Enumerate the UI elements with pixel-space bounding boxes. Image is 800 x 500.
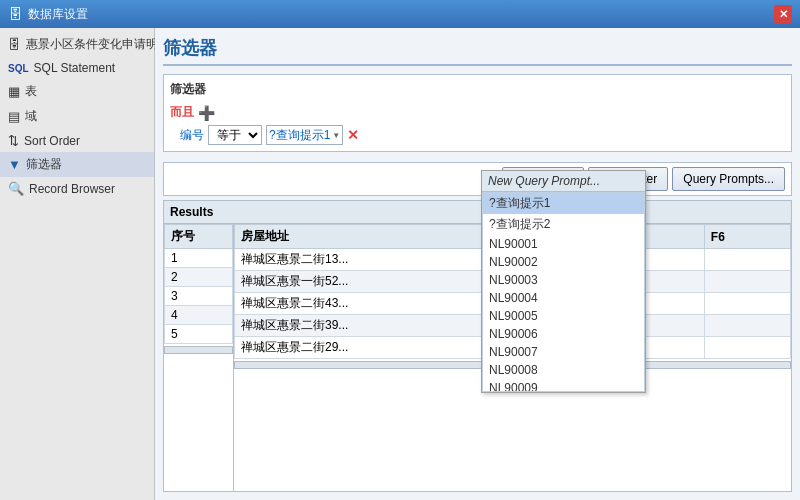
- title-text: 数据库设置: [28, 6, 774, 23]
- close-button[interactable]: ✕: [774, 5, 792, 23]
- sidebar-item-label-sort: Sort Order: [24, 134, 80, 148]
- table-row: 4: [165, 306, 233, 325]
- sidebar-item-sort[interactable]: ⇅ Sort Order: [0, 129, 154, 152]
- filter-box: 筛选器 而且 ➕ 编号 等于 ?查询提示1 ▼ ✕: [163, 74, 792, 152]
- dropdown-item-4[interactable]: NL90003: [483, 271, 644, 289]
- sidebar-item-record[interactable]: 🔍 Record Browser: [0, 177, 154, 200]
- sidebar-item-label-record: Record Browser: [29, 182, 115, 196]
- dropdown-scroll-list[interactable]: ?查询提示1 ?查询提示2 NL90001 NL90002 NL90003 NL…: [482, 192, 645, 392]
- f6-cell: [704, 293, 790, 315]
- f6-cell: [704, 337, 790, 359]
- f6-cell: [704, 271, 790, 293]
- row-num-3: 3: [165, 287, 233, 306]
- dropdown-item-1[interactable]: ?查询提示2: [483, 214, 644, 235]
- filter-condition-row: 编号 等于 ?查询提示1 ▼ ✕: [170, 125, 785, 145]
- filter-field-label: 编号: [180, 127, 204, 144]
- row-number-table: 序号 1 2 3 4 5: [164, 224, 233, 344]
- dropdown-item-2[interactable]: NL90001: [483, 235, 644, 253]
- results-table: 序号 1 2 3 4 5: [164, 224, 791, 491]
- dropdown-arrow-icon: ▼: [332, 131, 340, 140]
- sidebar-item-label-sql: SQL Statement: [34, 61, 116, 75]
- sidebar-item-label-field: 域: [25, 108, 37, 125]
- sort-icon: ⇅: [8, 133, 19, 148]
- table-icon: ▦: [8, 84, 20, 99]
- dropdown-popup: New Query Prompt... ?查询提示1 ?查询提示2 NL9000…: [481, 170, 646, 393]
- record-icon: 🔍: [8, 181, 24, 196]
- sidebar-item-field[interactable]: ▤ 域: [0, 104, 154, 129]
- table-row: 2: [165, 268, 233, 287]
- title-icon: 🗄: [8, 6, 22, 22]
- sidebar-item-table[interactable]: ▦ 表: [0, 79, 154, 104]
- results-title: Results: [164, 201, 791, 224]
- dropdown-item-0[interactable]: ?查询提示1: [483, 193, 644, 214]
- sidebar-item-label-table: 表: [25, 83, 37, 100]
- sql-icon: SQL: [8, 63, 29, 74]
- section-title: 筛选器: [163, 36, 792, 66]
- filter-remove-button[interactable]: ✕: [347, 127, 359, 143]
- content-area: 筛选器 筛选器 而且 ➕ 编号 等于 ?查询提示1 ▼ ✕ New Q: [155, 28, 800, 500]
- f6-header: F6: [704, 225, 790, 249]
- filter-and-row: 而且 ➕: [170, 104, 785, 121]
- dropdown-item-5[interactable]: NL90004: [483, 289, 644, 307]
- dropdown-item-10[interactable]: NL90009: [483, 379, 644, 392]
- table-row: 1: [165, 249, 233, 268]
- query-prompts-button[interactable]: Query Prompts...: [672, 167, 785, 191]
- sidebar-item-sql[interactable]: SQL SQL Statement: [0, 57, 154, 79]
- filter-value-dropdown[interactable]: ?查询提示1 ▼: [266, 125, 343, 145]
- left-scrollbar[interactable]: [164, 346, 233, 354]
- row-num-4: 4: [165, 306, 233, 325]
- filter-and-label: 而且: [170, 104, 194, 121]
- seq-header: 序号: [165, 225, 233, 249]
- filter-add-button[interactable]: ➕: [198, 105, 215, 121]
- f6-cell: [704, 315, 790, 337]
- filter-operator-select[interactable]: 等于: [208, 125, 262, 145]
- row-num-5: 5: [165, 325, 233, 344]
- filter-icon: ▼: [8, 157, 21, 172]
- filter-value-text: ?查询提示1: [269, 127, 330, 144]
- dataset-icon: 🗄: [8, 37, 21, 52]
- dropdown-item-8[interactable]: NL90007: [483, 343, 644, 361]
- f6-cell: [704, 249, 790, 271]
- sidebar-item-label-filter: 筛选器: [26, 156, 62, 173]
- table-row: 3: [165, 287, 233, 306]
- dropdown-item-7[interactable]: NL90006: [483, 325, 644, 343]
- main-window: 🗄 惠景小区条件变化申请明细(26户） SQL SQL Statement ▦ …: [0, 28, 800, 500]
- dropdown-item-9[interactable]: NL90008: [483, 361, 644, 379]
- dropdown-item-3[interactable]: NL90002: [483, 253, 644, 271]
- sidebar: 🗄 惠景小区条件变化申请明细(26户） SQL SQL Statement ▦ …: [0, 28, 155, 500]
- results-box: Results 序号 1 2 3 4 5: [163, 200, 792, 492]
- filter-box-title: 筛选器: [170, 81, 785, 98]
- field-icon: ▤: [8, 109, 20, 124]
- results-left-panel: 序号 1 2 3 4 5: [164, 224, 234, 491]
- sidebar-item-dataset[interactable]: 🗄 惠景小区条件变化申请明细(26户）: [0, 32, 154, 57]
- table-row: 5: [165, 325, 233, 344]
- row-num-2: 2: [165, 268, 233, 287]
- sidebar-item-filter[interactable]: ▼ 筛选器: [0, 152, 154, 177]
- dropdown-item-6[interactable]: NL90005: [483, 307, 644, 325]
- filter-buttons-row: Apply Filter Clear Filter Query Prompts.…: [163, 162, 792, 196]
- title-bar: 🗄 数据库设置 ✕: [0, 0, 800, 28]
- row-num-1: 1: [165, 249, 233, 268]
- new-query-prompt-item[interactable]: New Query Prompt...: [482, 171, 645, 192]
